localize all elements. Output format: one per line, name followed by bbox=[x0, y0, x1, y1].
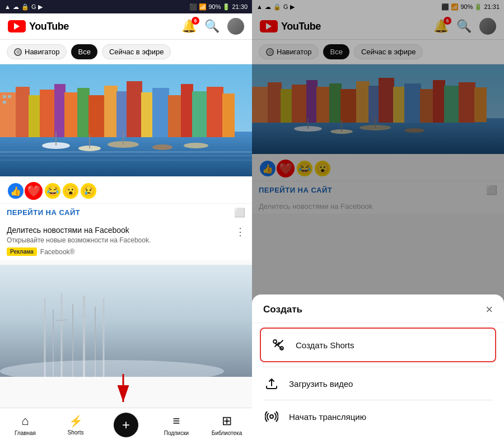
left-status-bar: ▲ ☁ 🔒 G ▶ ⬛ 📶 90% 🔋 21:30 bbox=[0, 0, 252, 13]
media-icon: ⬛ bbox=[189, 3, 197, 11]
visit-site-label: ПЕРЕЙТИ НА САЙТ bbox=[7, 208, 80, 217]
bell-badge: 6 bbox=[192, 17, 199, 25]
ad-company: Facebook® bbox=[40, 248, 75, 256]
svg-rect-17 bbox=[192, 91, 208, 137]
search-button[interactable]: 🔍 bbox=[204, 19, 220, 34]
ad-footer: Реклама Facebook® bbox=[7, 247, 245, 256]
svg-rect-34 bbox=[0, 265, 252, 377]
filter-chip-navigator[interactable]: ◎ Навигатор bbox=[7, 44, 67, 59]
ad-badge: Реклама bbox=[7, 247, 37, 256]
svg-rect-19 bbox=[222, 94, 235, 137]
nav-subscriptions[interactable]: ≡ Подписки bbox=[160, 414, 193, 436]
snow-scene-svg bbox=[0, 265, 252, 377]
svg-rect-16 bbox=[181, 84, 193, 137]
reactions-row: 👍 ❤️ 😂 😮 😢 bbox=[0, 176, 252, 203]
nav-shorts[interactable]: ⚡ Shorts bbox=[59, 414, 92, 436]
broadcast-icon bbox=[263, 408, 280, 425]
svg-rect-15 bbox=[168, 95, 182, 137]
shield-icon: 🔒 bbox=[21, 3, 29, 11]
play-status-icon: ▶ bbox=[38, 3, 43, 11]
modal-close-button[interactable]: × bbox=[486, 303, 493, 316]
user-avatar[interactable] bbox=[227, 18, 244, 35]
battery-icon: 🔋 bbox=[222, 3, 230, 11]
chip-label-all: Все bbox=[78, 48, 90, 56]
love-reaction: ❤️ bbox=[24, 181, 44, 201]
svg-rect-5 bbox=[40, 90, 55, 137]
battery-text: 90% bbox=[208, 3, 221, 10]
modal-header: Создать × bbox=[252, 295, 504, 323]
modal-create-shorts[interactable]: Создать Shorts bbox=[260, 328, 496, 362]
modal-upload-video[interactable]: Загрузить видео bbox=[252, 367, 504, 400]
time-display: 21:30 bbox=[232, 3, 248, 10]
nav-library[interactable]: ⊞ Библиотека bbox=[210, 414, 244, 436]
modal-title: Создать bbox=[263, 304, 302, 315]
modal-start-broadcast[interactable]: Начать трансляцию bbox=[252, 400, 504, 433]
svg-rect-32 bbox=[0, 155, 252, 156]
chip-label-live: Сейчас в эфире bbox=[109, 48, 164, 56]
external-link-icon: ⬜ bbox=[234, 207, 245, 218]
close-icon: × bbox=[486, 302, 493, 316]
svg-rect-18 bbox=[207, 87, 223, 137]
notification-bell[interactable]: 🔔 6 bbox=[181, 19, 197, 34]
search-icon: 🔍 bbox=[204, 19, 220, 34]
create-modal-sheet: Создать × Создать Shorts bbox=[252, 295, 504, 444]
harbor-scene-svg bbox=[0, 64, 252, 176]
video-thumbnail bbox=[0, 265, 252, 377]
cloud-icon: ☁ bbox=[13, 3, 19, 11]
yt-logo-text: YouTube bbox=[29, 21, 69, 32]
start-broadcast-label: Начать трансляцию bbox=[289, 412, 366, 422]
left-filter-bar: ◎ Навигатор Все Сейчас в эфире bbox=[0, 40, 252, 64]
left-yt-header: YouTube 🔔 6 🔍 bbox=[0, 13, 252, 40]
svg-rect-14 bbox=[152, 88, 169, 137]
nav-library-label: Библиотека bbox=[212, 430, 242, 436]
svg-rect-9 bbox=[88, 95, 105, 137]
ad-info: Делитесь новостями на Facebook Открывайт… bbox=[0, 221, 252, 260]
status-right-icons: ⬛ 📶 90% 🔋 21:30 bbox=[189, 3, 248, 11]
ad-title: Делитесь новостями на Facebook bbox=[7, 226, 151, 235]
svg-rect-2 bbox=[0, 92, 17, 137]
second-video-card bbox=[0, 265, 252, 377]
library-icon: ⊞ bbox=[222, 414, 232, 428]
wifi-icon: ▲ bbox=[4, 3, 11, 10]
nav-add[interactable]: + bbox=[109, 413, 143, 437]
shorts-icon: ⚡ bbox=[69, 414, 83, 428]
svg-point-74 bbox=[270, 415, 273, 418]
visit-site-button[interactable]: ПЕРЕЙТИ НА САЙТ ⬜ bbox=[0, 203, 252, 221]
like-reaction: 👍 bbox=[7, 182, 25, 200]
svg-point-26 bbox=[152, 144, 172, 150]
signal-icon: 📶 bbox=[199, 3, 207, 11]
youtube-logo: YouTube bbox=[8, 20, 69, 32]
filter-chip-live[interactable]: Сейчас в эфире bbox=[102, 44, 171, 59]
filter-chip-all[interactable]: Все bbox=[71, 44, 97, 59]
svg-rect-11 bbox=[116, 91, 128, 137]
add-button[interactable]: + bbox=[114, 413, 138, 437]
svg-rect-1 bbox=[0, 132, 252, 176]
svg-rect-3 bbox=[16, 87, 30, 137]
haha-reaction: 😂 bbox=[44, 182, 62, 200]
create-shorts-label: Создать Shorts bbox=[296, 340, 354, 350]
svg-rect-21 bbox=[8, 95, 11, 98]
sad-reaction: 😢 bbox=[80, 182, 97, 200]
chip-label-navigator: Навигатор bbox=[25, 48, 59, 56]
svg-rect-7 bbox=[64, 92, 78, 137]
nav-home[interactable]: ⌂ Главная bbox=[8, 414, 42, 436]
svg-rect-33 bbox=[0, 160, 252, 161]
upload-icon bbox=[263, 375, 280, 392]
left-phone: ▲ ☁ 🔒 G ▶ ⬛ 📶 90% 🔋 21:30 YouTube 🔔 6 🔍 bbox=[0, 0, 252, 444]
home-icon: ⌂ bbox=[21, 414, 29, 428]
scissors-icon bbox=[270, 336, 287, 353]
svg-rect-8 bbox=[77, 88, 90, 137]
svg-point-27 bbox=[184, 143, 208, 148]
ad-card: 👍 ❤️ 😂 😮 😢 ПЕРЕЙТИ НА САЙТ ⬜ Делитесь но… bbox=[0, 64, 252, 260]
yt-logo-icon bbox=[8, 20, 26, 32]
svg-rect-20 bbox=[3, 95, 6, 98]
ad-description: Открывайте новые возможности на Facebook… bbox=[7, 236, 151, 244]
g-icon: G bbox=[31, 3, 36, 10]
more-options-icon[interactable]: ⋮ bbox=[235, 226, 245, 238]
plus-icon: + bbox=[122, 418, 130, 432]
ad-image bbox=[0, 64, 252, 176]
create-modal-overlay: Создать × Создать Shorts bbox=[252, 0, 504, 444]
nav-subscriptions-label: Подписки bbox=[164, 430, 189, 436]
wow-reaction: 😮 bbox=[62, 182, 80, 200]
svg-rect-31 bbox=[0, 151, 252, 153]
